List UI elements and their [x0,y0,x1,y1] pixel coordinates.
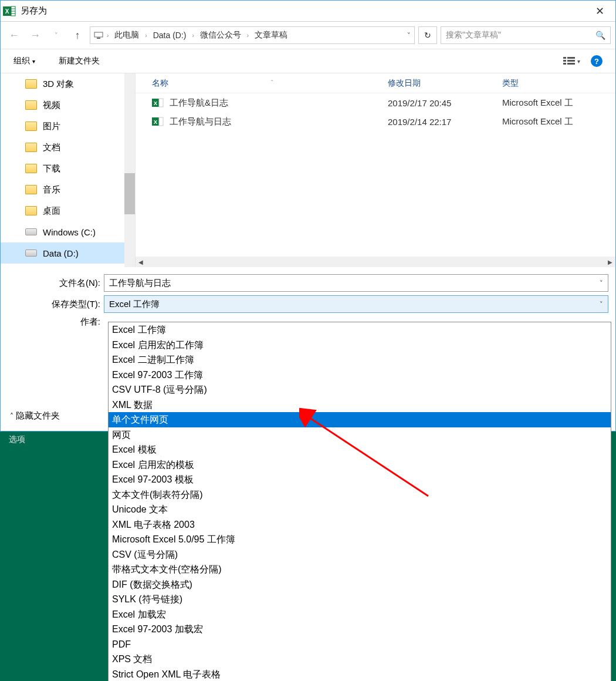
sidebar-item-label: Data (D:) [43,248,79,258]
filetype-option[interactable]: Excel 加载宏 [109,607,611,622]
chevron-down-icon[interactable]: ˅ [600,279,603,287]
filetype-option[interactable]: 网页 [109,427,611,443]
file-row[interactable]: X工作导航&日志2019/2/17 20:45Microsoft Excel 工 [136,93,615,112]
body: 3D 对象视频图片文档下载音乐桌面Windows (C:)Data (D:) 名… [1,73,615,267]
savetype-label: 保存类型(T): [1,299,104,310]
breadcrumb-item[interactable]: 文章草稿 [252,29,290,42]
organize-menu[interactable]: 组织▾ [13,56,35,66]
filetype-option[interactable]: DIF (数据交换格式) [109,577,611,592]
filetype-option[interactable]: Excel 启用宏的模板 [109,457,611,473]
filetype-option[interactable]: Excel 启用宏的工作簿 [109,338,611,353]
breadcrumb[interactable]: › 此电脑 › Data (D:) › 微信公众号 › 文章草稿 ˅ [90,26,415,44]
file-name: 工作导航与日志 [170,116,231,127]
sidebar-item-label: 音乐 [43,184,60,195]
filetype-option[interactable]: Excel 97-2003 模板 [109,472,611,487]
scroll-right-icon[interactable]: ▶ [605,257,615,267]
savetype-select[interactable]: Excel 工作簿 ˅ [104,295,608,313]
sidebar-item-label: 图片 [43,121,60,132]
excel-file-icon: X [152,97,164,109]
filetype-option[interactable]: PDF [109,637,611,652]
breadcrumb-item[interactable]: Data (D:) [151,29,189,41]
scrollbar-thumb[interactable] [124,173,135,214]
svg-rect-8 [563,57,566,59]
breadcrumb-item[interactable]: 微信公众号 [198,29,243,42]
file-date: 2019/2/17 20:45 [388,98,502,108]
forward-button[interactable]: → [26,26,44,44]
new-folder-button[interactable]: 新建文件夹 [59,56,100,66]
drive-icon [25,228,37,235]
sidebar: 3D 对象视频图片文档下载音乐桌面Windows (C:)Data (D:) [1,73,136,267]
search-icon: 🔍 [595,31,605,40]
chevron-up-icon: ˄ [10,412,13,420]
filetype-option[interactable]: 文本文件(制表符分隔) [109,487,611,503]
filetype-option[interactable]: 单个文件网页 [109,412,611,427]
filetype-option[interactable]: XPS 文档 [109,652,611,667]
refresh-button[interactable]: ↻ [418,26,437,44]
sidebar-item[interactable]: 音乐 [1,179,135,200]
excel-icon: X [3,5,16,18]
sidebar-item[interactable]: 桌面 [1,200,135,221]
column-type[interactable]: 类型 [502,78,615,89]
sidebar-item[interactable]: 下载 [1,158,135,179]
scrollbar-vertical[interactable] [124,73,135,267]
file-type: Microsoft Excel 工 [502,97,615,109]
svg-rect-19 [159,117,163,126]
filetype-option[interactable]: XML 电子表格 2003 [109,517,611,532]
author-label: 作者: [1,316,104,328]
pc-icon [94,31,103,40]
sidebar-item-label: 下载 [43,163,60,174]
savetype-dropdown-list[interactable]: Excel 工作簿Excel 启用宏的工作簿Excel 二进制工作簿Excel … [108,322,611,681]
search-input[interactable]: 搜索"文章草稿" 🔍 [441,26,611,44]
column-name[interactable]: 名称ˆ [136,78,388,89]
chevron-right-icon: › [145,32,147,39]
filetype-option[interactable]: Excel 97-2003 加载宏 [109,622,611,637]
filetype-option[interactable]: 带格式文本文件(空格分隔) [109,562,611,577]
hide-folders-toggle[interactable]: ˄ 隐藏文件夹 [10,410,60,422]
toolbar: 组织▾ 新建文件夹 ▾ ? [1,49,615,73]
filetype-option[interactable]: CSV (逗号分隔) [109,547,611,562]
chevron-right-icon: › [107,32,109,39]
sidebar-item-label: 文档 [43,142,60,153]
sidebar-item[interactable]: 3D 对象 [1,73,135,95]
scroll-left-icon[interactable]: ◀ [136,257,146,267]
file-row[interactable]: X工作导航与日志2019/2/14 22:17Microsoft Excel 工 [136,112,615,131]
back-button[interactable]: ← [5,26,23,44]
view-options-button[interactable]: ▾ [563,57,580,65]
close-button[interactable]: ✕ [587,2,613,20]
filename-input[interactable]: 工作导航与日志 ˅ [104,274,608,292]
chevron-down-icon[interactable]: ˅ [407,32,411,39]
form-area: 文件名(N): 工作导航与日志 ˅ 保存类型(T): Excel 工作簿 ˅ 作… [1,267,615,328]
filetype-option[interactable]: CSV UTF-8 (逗号分隔) [109,382,611,397]
column-headers: 名称ˆ 修改日期 类型 [136,73,615,93]
file-date: 2019/2/14 22:17 [388,117,502,127]
filetype-option[interactable]: Unicode 文本 [109,502,611,517]
breadcrumb-item[interactable]: 此电脑 [112,29,141,42]
sidebar-item[interactable]: Windows (C:) [1,221,135,242]
sidebar-item[interactable]: 视频 [1,95,135,116]
filetype-option[interactable]: Excel 97-2003 工作簿 [109,368,611,383]
svg-rect-11 [567,57,575,59]
svg-rect-9 [563,60,566,62]
sidebar-item[interactable]: Data (D:) [1,242,135,264]
svg-rect-6 [94,32,103,37]
options-label: 选项 [9,434,25,445]
drive-icon [25,250,37,257]
recent-chevron[interactable]: ˅ [48,26,65,44]
help-button[interactable]: ? [591,55,603,67]
filetype-option[interactable]: XML 数据 [109,397,611,413]
filetype-option[interactable]: SYLK (符号链接) [109,592,611,607]
column-date[interactable]: 修改日期 [388,78,502,89]
filetype-option[interactable]: Excel 模板 [109,442,611,457]
filetype-option[interactable]: Excel 二进制工作簿 [109,352,611,368]
folder-icon [25,122,37,131]
filetype-option[interactable]: Strict Open XML 电子表格 [109,667,611,682]
filetype-option[interactable]: Microsoft Excel 5.0/95 工作簿 [109,532,611,547]
scrollbar-horizontal[interactable]: ◀ ▶ [136,257,615,267]
chevron-right-icon: › [192,32,194,39]
chevron-down-icon[interactable]: ˅ [600,301,603,308]
excel-file-icon: X [152,116,164,127]
up-button[interactable]: ↑ [69,26,86,44]
sidebar-item[interactable]: 图片 [1,116,135,137]
filetype-option[interactable]: Excel 工作簿 [109,322,611,338]
sidebar-item[interactable]: 文档 [1,137,135,158]
